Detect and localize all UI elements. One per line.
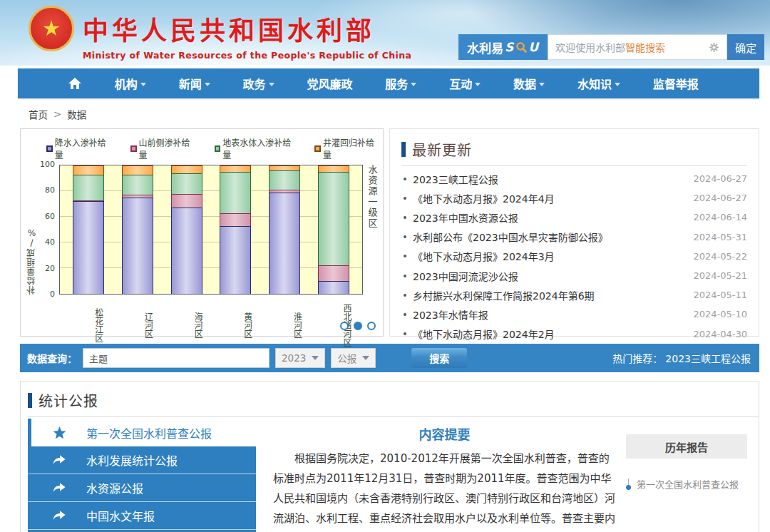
- chevron-down-icon: [269, 83, 274, 86]
- bullet-icon: [404, 255, 406, 257]
- breadcrumb-current: 数据: [67, 107, 86, 121]
- summary-title: 内容提要: [273, 424, 616, 443]
- chevron-down-icon: [140, 83, 146, 86]
- y-tick-label: 60: [45, 212, 55, 221]
- summary-paragraph: 根据国务院决定，2010-2012年开展第一次全国水利普查，普查的标准时点为20…: [273, 449, 616, 532]
- history-item-link[interactable]: 第一次全国水利普查公报: [637, 477, 739, 491]
- y-tick-label: 80: [45, 185, 55, 195]
- nav-item-机构[interactable]: 机构: [115, 75, 146, 92]
- hot-recommendation: 热门推荐： 2023三峡工程公报: [612, 351, 751, 365]
- header-accent-bar: [28, 393, 32, 408]
- latest-item: 《地下水动态月报》2024年2月2024-04-30: [401, 324, 747, 344]
- site-search: 水利易 S U 欢迎使用水利部 智能搜索: [458, 34, 764, 60]
- bar-segment: [122, 165, 153, 175]
- latest-item: 《地下水动态月报》2024年3月2024-05-22: [401, 247, 747, 266]
- legend-swatch-icon: [314, 145, 321, 152]
- latest-item-link[interactable]: 《地下水动态月报》2024年2月: [413, 327, 684, 341]
- latest-item-date: 2024-05-31: [693, 232, 747, 242]
- latest-item-link[interactable]: 乡村振兴水利保障工作简报2024年第6期: [413, 288, 684, 302]
- bulletin-menu-item[interactable]: 第一次全国水利普查公报: [28, 419, 256, 446]
- breadcrumb-home[interactable]: 首页: [29, 107, 48, 121]
- bulletin-menu-item[interactable]: 中国水文年报: [28, 502, 256, 530]
- bar-segment: [171, 208, 202, 294]
- curved-arrow-icon: [52, 481, 66, 495]
- gear-icon[interactable]: [709, 42, 719, 53]
- chart-area: 补给量组成/% 020406080100 水资源一级区: [25, 165, 380, 295]
- nav-item-监督举报[interactable]: 监督举报: [653, 75, 699, 92]
- main-nav: 机构新闻政务党风廉政服务互动数据水知识监督举报: [18, 68, 759, 98]
- latest-item: 2023三峡工程公报2024-06-27: [401, 169, 747, 188]
- bulletin-menu-label: 中国水文年报: [86, 507, 155, 524]
- star-icon: [52, 426, 66, 440]
- bullet-icon: [404, 294, 406, 297]
- nav-item-新闻[interactable]: 新闻: [179, 75, 210, 92]
- hot-link[interactable]: 2023三峡工程公报: [665, 351, 751, 365]
- latest-updates-header: 最新更新: [401, 135, 747, 166]
- bulletin-body: 第一次全国水利普查公报水利发展统计公报水资源公报中国水文年报中国河流泥沙公报 内…: [28, 419, 759, 532]
- carousel-dot-1[interactable]: [340, 322, 349, 330]
- latest-updates-panel: 最新更新 2023三峡工程公报2024-06-27《地下水动态月报》2024年4…: [389, 128, 759, 337]
- latest-item-link[interactable]: 2023年中国水资源公报: [413, 210, 684, 225]
- y-tick-label: 40: [45, 237, 55, 247]
- nav-item-党风廉政[interactable]: 党风廉政: [307, 75, 352, 92]
- y-tick-label: 100: [40, 160, 55, 169]
- latest-item-link[interactable]: 《地下水动态月报》2024年4月: [413, 191, 684, 205]
- nav-item-水知识[interactable]: 水知识: [578, 75, 620, 92]
- bulletin-menu: 第一次全国水利普查公报水利发展统计公报水资源公报中国水文年报中国河流泥沙公报: [28, 419, 256, 532]
- site-titles: 中华人民共和国水利部 Ministry of Water Resources o…: [83, 10, 411, 61]
- latest-item-link[interactable]: 2023中国河流泥沙公报: [413, 269, 684, 283]
- search-confirm-button[interactable]: 确定: [727, 34, 764, 60]
- nav-item-label: 互动: [449, 75, 472, 92]
- bullet-icon: [404, 178, 406, 180]
- search-button[interactable]: 搜索: [411, 348, 467, 368]
- latest-item-date: 2024-06-27: [693, 193, 747, 203]
- timeline-dot-icon: [626, 479, 631, 490]
- legend-item: 井灌回归补给量: [314, 136, 380, 160]
- query-label: 数据查询：: [27, 351, 77, 365]
- bar-segment: [171, 194, 202, 208]
- nav-item-服务[interactable]: 服务: [385, 75, 416, 92]
- emblem-star-icon: ★: [42, 18, 61, 39]
- bullet-icon: [404, 332, 406, 335]
- legend-item: 地表水体入渗补给量: [215, 136, 297, 160]
- latest-item-link[interactable]: 水利部公布《2023中国水旱灾害防御公报》: [413, 230, 684, 244]
- latest-item-link[interactable]: 2023年水情年报: [413, 307, 684, 322]
- stacked-bar-淮河区: [269, 165, 300, 294]
- latest-item-link[interactable]: 2023三峡工程公报: [413, 172, 684, 186]
- bar-segment: [220, 172, 251, 213]
- x-axis-label: 海河区: [170, 297, 202, 353]
- stacked-bar-海河区: [171, 165, 202, 294]
- site-title: 中华人民共和国水利部: [83, 10, 411, 47]
- latest-item-link[interactable]: 《地下水动态月报》2024年3月: [413, 249, 684, 263]
- main-row: 降水入渗补给量山前侧渗补给量地表水体入渗补给量井灌回归补给量 补给量组成/% 0…: [0, 128, 770, 337]
- chart-legend: 降水入渗补给量山前侧渗补给量地表水体入渗补给量井灌回归补给量: [46, 136, 380, 160]
- bar-segment: [318, 281, 349, 294]
- nav-item-label: 政务: [243, 75, 266, 92]
- bullet-icon: [404, 197, 406, 200]
- nav-item-政务[interactable]: 政务: [243, 75, 274, 92]
- latest-item-date: 2024-06-27: [693, 173, 747, 184]
- chevron-down-icon: [362, 356, 369, 360]
- bulletin-menu-item[interactable]: 水资源公报: [28, 474, 256, 502]
- smart-search-input[interactable]: 欢迎使用水利部 智能搜索: [548, 34, 727, 60]
- legend-swatch-icon: [46, 145, 53, 152]
- chart-plot: [59, 165, 363, 295]
- history-reports-title[interactable]: 历年报告: [626, 434, 747, 459]
- carousel-dot-3[interactable]: [367, 322, 376, 330]
- search-brand: 水利易 S U: [458, 34, 548, 60]
- bar-segment: [122, 175, 153, 195]
- legend-label: 降水入渗补给量: [55, 136, 112, 160]
- nav-item-数据[interactable]: 数据: [513, 75, 545, 92]
- stacked-bar-辽河区: [122, 165, 153, 294]
- latest-updates-list: 2023三峡工程公报2024-06-27《地下水动态月报》2024年4月2024…: [401, 166, 747, 344]
- bar-segment: [73, 175, 104, 200]
- bulletin-menu-item[interactable]: 水利发展统计公报: [28, 446, 256, 474]
- nav-item-互动[interactable]: 互动: [449, 75, 481, 92]
- stacked-bar-黄河区: [220, 165, 251, 294]
- legend-item: 降水入渗补给量: [46, 136, 112, 160]
- legend-item: 山前侧渗补给量: [130, 136, 196, 160]
- breadcrumb: 首页 > 数据: [0, 98, 770, 128]
- bar-segment: [73, 201, 104, 294]
- nav-item-home[interactable]: [68, 77, 82, 90]
- carousel-dot-2[interactable]: [354, 322, 362, 330]
